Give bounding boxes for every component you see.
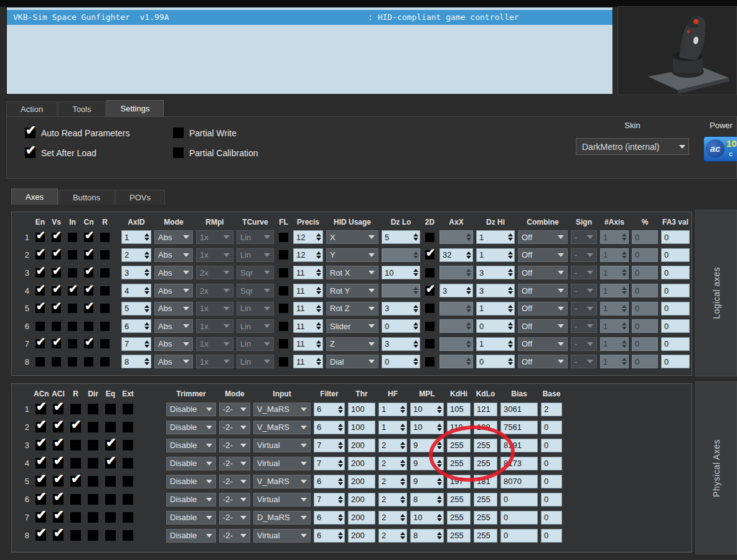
- dir-checkbox[interactable]: [88, 404, 98, 414]
- en-checkbox[interactable]: [35, 357, 45, 366]
- in-checkbox[interactable]: [68, 268, 77, 278]
- r-checkbox[interactable]: [100, 250, 110, 259]
- acn-checkbox[interactable]: [35, 458, 46, 469]
- axid-spinner[interactable]: 1: [121, 230, 151, 244]
- in-checkbox[interactable]: [68, 250, 77, 259]
- in-checkbox[interactable]: [68, 322, 77, 331]
- cn-checkbox[interactable]: [84, 304, 93, 313]
- spinner-arrows-icon[interactable]: [465, 304, 472, 313]
- spinner-arrows-icon[interactable]: [337, 477, 344, 486]
- spinner-arrows-icon[interactable]: [399, 441, 406, 450]
- hid-usage-dropdown[interactable]: Slider: [326, 319, 378, 333]
- vs-checkbox[interactable]: [52, 286, 61, 296]
- axid-spinner[interactable]: 2: [121, 248, 151, 262]
- dir-checkbox[interactable]: [88, 476, 98, 487]
- spinner-arrows-icon[interactable]: [436, 423, 443, 432]
- tab-axes[interactable]: Axes: [11, 189, 58, 205]
- spinner-arrows-icon[interactable]: [143, 340, 151, 348]
- base-field[interactable]: 0: [541, 457, 562, 470]
- bias-field[interactable]: 3061: [500, 403, 538, 416]
- spinner-arrows-icon[interactable]: [436, 405, 443, 414]
- acl-checkbox[interactable]: [53, 422, 63, 432]
- combine-dropdown[interactable]: Off: [518, 266, 568, 279]
- cn-checkbox[interactable]: [84, 339, 93, 348]
- spinner-arrows-icon[interactable]: [436, 477, 443, 486]
- fa3-val-field[interactable]: 0: [661, 302, 690, 315]
- axx-spinner[interactable]: [439, 319, 473, 333]
- bias-field[interactable]: 8070: [500, 475, 538, 488]
- dz-hi-spinner[interactable]: 1: [476, 302, 515, 315]
- ext-checkbox[interactable]: [123, 494, 133, 505]
- spinner-arrows-icon[interactable]: [465, 286, 472, 295]
- acn-checkbox[interactable]: [35, 476, 46, 487]
- kdlo-field[interactable]: 255: [474, 439, 497, 452]
- acn-checkbox[interactable]: [35, 530, 46, 541]
- acl-checkbox[interactable]: [53, 512, 63, 523]
- hid-usage-dropdown[interactable]: X: [326, 230, 378, 244]
- in-checkbox[interactable]: [68, 286, 77, 296]
- thr-field[interactable]: 200: [348, 475, 375, 488]
- precis-spinner[interactable]: 11: [293, 266, 323, 279]
- thr-field[interactable]: 200: [348, 529, 375, 543]
- spinner-arrows-icon[interactable]: [507, 357, 514, 366]
- hid-usage-dropdown[interactable]: Z: [326, 337, 378, 351]
- kdhi-field[interactable]: 255: [447, 511, 471, 525]
- mode-dropdown[interactable]: Abs: [154, 230, 193, 244]
- bias-field[interactable]: 7561: [500, 421, 538, 434]
- acn-checkbox[interactable]: [35, 422, 46, 432]
- spinner-arrows-icon[interactable]: [399, 423, 406, 432]
- spinner-arrows-icon[interactable]: [337, 513, 344, 522]
- r-checkbox[interactable]: [100, 233, 110, 242]
- spinner-arrows-icon[interactable]: [465, 268, 472, 277]
- fa3-val-field[interactable]: 0: [661, 248, 690, 262]
- vs-checkbox[interactable]: [52, 304, 61, 313]
- dz-hi-spinner[interactable]: 0: [476, 355, 515, 368]
- spinner-arrows-icon[interactable]: [412, 357, 420, 366]
- spinner-arrows-icon[interactable]: [507, 322, 514, 330]
- spinner-arrows-icon[interactable]: [507, 233, 514, 241]
- 2d-checkbox[interactable]: [425, 322, 434, 331]
- mpl-spinner[interactable]: 10: [410, 421, 444, 434]
- r-checkbox[interactable]: [100, 268, 110, 278]
- dz-lo-spinner[interactable]: 3: [382, 302, 420, 315]
- bias-field[interactable]: 0: [500, 493, 538, 506]
- spinner-arrows-icon[interactable]: [143, 251, 151, 259]
- spinner-arrows-icon[interactable]: [143, 233, 151, 241]
- mode-dropdown[interactable]: Abs: [154, 248, 193, 262]
- device-list-selected-row[interactable]: VKB-Sim Space Gunfighter v1.99A : HID-co…: [7, 10, 613, 25]
- spinner-arrows-icon[interactable]: [412, 322, 420, 330]
- r-checkbox[interactable]: [70, 512, 81, 523]
- filter-spinner[interactable]: 6: [314, 421, 345, 434]
- base-field[interactable]: 0: [541, 475, 562, 488]
- fl-checkbox[interactable]: [279, 322, 288, 331]
- hf-spinner[interactable]: 2: [378, 457, 407, 470]
- r-checkbox[interactable]: [100, 286, 110, 296]
- spinner-arrows-icon[interactable]: [315, 357, 322, 366]
- precis-spinner[interactable]: 11: [293, 337, 323, 351]
- spinner-arrows-icon[interactable]: [143, 286, 151, 295]
- axx-spinner[interactable]: [439, 266, 473, 279]
- tab-povs[interactable]: POVs: [115, 190, 165, 205]
- hid-usage-dropdown[interactable]: Rot Y: [326, 284, 378, 297]
- mode-dropdown[interactable]: -2-: [219, 421, 250, 434]
- mpl-spinner[interactable]: 9: [410, 475, 444, 488]
- mpl-spinner[interactable]: 10: [410, 511, 444, 525]
- thr-field[interactable]: 200: [348, 511, 375, 525]
- spinner-arrows-icon[interactable]: [337, 441, 344, 450]
- mode-dropdown[interactable]: Abs: [154, 266, 193, 279]
- filter-spinner[interactable]: 6: [314, 475, 345, 488]
- trimmer-dropdown[interactable]: Disable: [166, 493, 216, 506]
- spinner-arrows-icon[interactable]: [436, 441, 443, 450]
- trimmer-dropdown[interactable]: Disable: [166, 475, 216, 488]
- precis-spinner[interactable]: 11: [293, 284, 323, 297]
- precis-spinner[interactable]: 11: [293, 319, 323, 333]
- mode-dropdown[interactable]: Abs: [154, 302, 193, 315]
- ext-checkbox[interactable]: [123, 530, 133, 541]
- fa3-val-field[interactable]: 0: [661, 355, 690, 368]
- 2d-checkbox[interactable]: [425, 268, 434, 278]
- fl-checkbox[interactable]: [279, 304, 288, 313]
- spinner-arrows-icon[interactable]: [337, 423, 344, 432]
- mpl-spinner[interactable]: 8: [410, 529, 444, 543]
- en-checkbox[interactable]: [35, 322, 45, 331]
- dz-lo-spinner[interactable]: 0: [382, 355, 420, 368]
